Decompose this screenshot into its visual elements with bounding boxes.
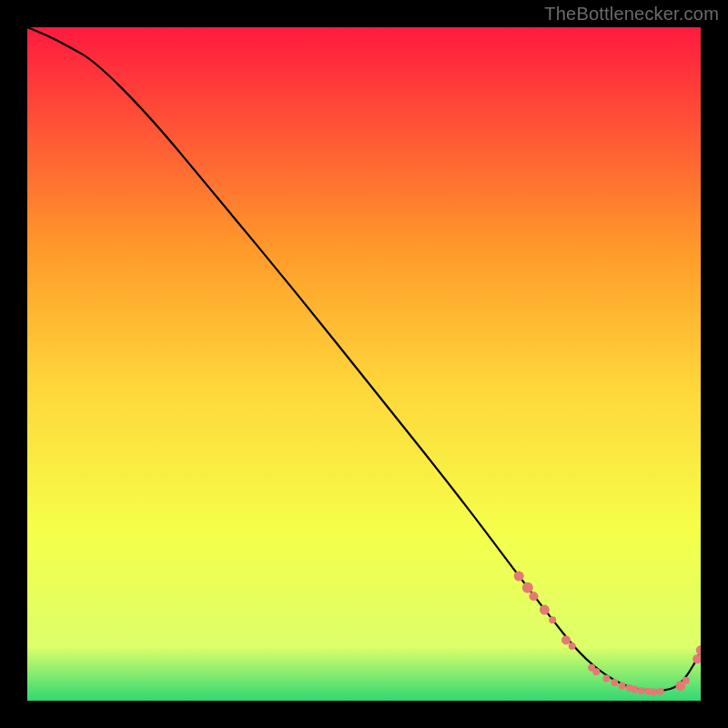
data-dot bbox=[540, 605, 550, 615]
chart-svg bbox=[27, 27, 701, 701]
data-dot bbox=[611, 679, 618, 686]
attribution-text: TheBottlenecker.com bbox=[544, 4, 719, 25]
data-dot bbox=[549, 616, 556, 623]
data-dot bbox=[682, 677, 690, 684]
data-dot bbox=[561, 635, 571, 644]
data-dot bbox=[592, 668, 600, 675]
chart-frame: TheBottlenecker.com bbox=[0, 0, 728, 728]
data-dot bbox=[514, 571, 524, 581]
data-dot bbox=[631, 685, 638, 693]
data-dot bbox=[657, 688, 664, 695]
data-dot bbox=[650, 688, 657, 695]
data-dot bbox=[569, 642, 576, 650]
data-dot bbox=[638, 687, 645, 694]
gradient-background bbox=[27, 27, 701, 701]
plot-area bbox=[27, 27, 701, 701]
data-dot bbox=[602, 675, 610, 682]
data-dot bbox=[529, 592, 538, 601]
data-dot bbox=[522, 582, 533, 593]
data-dot bbox=[618, 682, 625, 690]
